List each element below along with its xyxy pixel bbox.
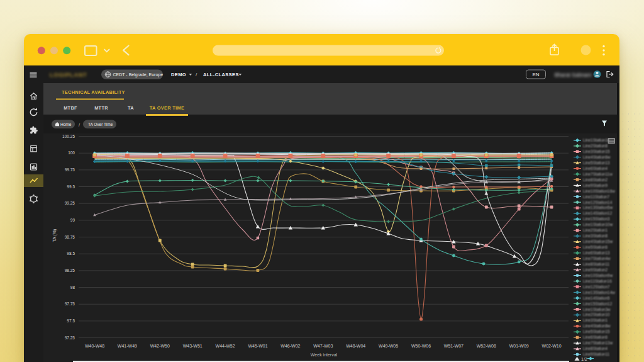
- svg-text:Line9Station9: Line9Station9: [583, 183, 608, 188]
- svg-text:98.25: 98.25: [65, 268, 75, 273]
- svg-text:Line12Station14: Line12Station14: [583, 200, 613, 205]
- svg-text:100.25: 100.25: [62, 134, 75, 139]
- svg-text:99.5: 99.5: [67, 184, 75, 189]
- svg-text:Line6Station6: Line6Station6: [583, 335, 608, 339]
- svg-text:W51-W07: W51-W07: [444, 344, 464, 348]
- svg-text:Line4Station8w: Line4Station8w: [583, 324, 611, 328]
- svg-text:W45-W01: W45-W01: [248, 344, 267, 348]
- svg-text:TA (%): TA (%): [52, 229, 57, 242]
- svg-text:99.25: 99.25: [65, 201, 75, 205]
- svg-text:W02-W10: W02-W10: [542, 344, 562, 348]
- svg-text:Line14Station5: Line14Station5: [583, 296, 610, 300]
- svg-text:Line12Station7: Line12Station7: [583, 285, 610, 289]
- svg-text:Line15Station3: Line15Station3: [583, 217, 610, 221]
- svg-text:99.75: 99.75: [65, 167, 75, 172]
- svg-text:Line3Station15: Line3Station15: [583, 149, 610, 154]
- svg-text:Line11Station16: Line11Station16: [583, 279, 612, 283]
- svg-text:CEDT - Belgrade, Europe: CEDT - Belgrade, Europe: [113, 72, 164, 77]
- svg-text:Week interval: Week interval: [311, 353, 338, 357]
- svg-text:/: /: [79, 123, 80, 127]
- svg-text:100: 100: [68, 150, 75, 155]
- svg-text:Line7Station13w: Line7Station13w: [583, 341, 613, 345]
- svg-text:98.5: 98.5: [67, 251, 75, 256]
- svg-text:Line1Station3w: Line1Station3w: [583, 307, 611, 312]
- svg-text:Line9Station2: Line9Station2: [583, 268, 608, 272]
- svg-text:DEMO: DEMO: [171, 72, 186, 77]
- svg-text:Line4Station6w: Line4Station6w: [583, 155, 611, 159]
- svg-text:W41-W49: W41-W49: [118, 344, 137, 348]
- svg-text:W44-W52: W44-W52: [216, 344, 235, 348]
- svg-text:Line10Station16w: Line10Station16w: [583, 189, 615, 193]
- svg-text:LOGIPLANT: LOGIPLANT: [50, 71, 87, 78]
- svg-text:MTTR: MTTR: [94, 105, 108, 111]
- svg-text:TA OVER TIME: TA OVER TIME: [150, 105, 184, 111]
- svg-text:Line8Station4: Line8Station4: [583, 346, 608, 351]
- svg-text:Line6Station13: Line6Station13: [583, 251, 610, 255]
- svg-text:TA Over Time: TA Over Time: [88, 122, 113, 127]
- svg-text:Line3Station1: Line3Station1: [583, 318, 608, 322]
- svg-text:W43-W51: W43-W51: [183, 344, 203, 348]
- svg-text:W48-W04: W48-W04: [346, 344, 365, 348]
- svg-text:Line7Station11w: Line7Station11w: [583, 172, 613, 176]
- svg-text:1/2: 1/2: [581, 357, 587, 361]
- svg-text:W47-W03: W47-W03: [313, 344, 333, 348]
- svg-text:Home: Home: [60, 122, 72, 127]
- svg-text:Line11Station7: Line11Station7: [583, 195, 610, 199]
- svg-text:Line14Station12: Line14Station12: [583, 211, 613, 215]
- svg-text:EN: EN: [532, 72, 539, 77]
- svg-text:Line3Station8: Line3Station8: [583, 234, 608, 238]
- svg-text:98: 98: [70, 285, 75, 290]
- svg-text:Line10Station9w: Line10Station9w: [583, 273, 613, 278]
- svg-text:W40-W48: W40-W48: [85, 344, 104, 348]
- svg-text:Line5Station6: Line5Station6: [583, 245, 608, 249]
- svg-text:W01-W09: W01-W09: [509, 344, 529, 348]
- svg-text:Line4Station15w: Line4Station15w: [583, 239, 613, 244]
- svg-text:Line9Station11: Line9Station11: [583, 352, 610, 356]
- svg-text:MTBF: MTBF: [64, 105, 77, 111]
- svg-text:Line7Station4w: Line7Station4w: [583, 256, 611, 261]
- svg-text:97.75: 97.75: [65, 302, 75, 306]
- svg-text:ALL-CLASSES: ALL-CLASSES: [203, 72, 239, 77]
- svg-text:Line1Station1w: Line1Station1w: [583, 138, 611, 142]
- svg-text:/: /: [196, 72, 197, 77]
- svg-text:TECHNICAL AVAILABILITY: TECHNICAL AVAILABILITY: [62, 89, 125, 95]
- svg-text:W49-W05: W49-W05: [379, 344, 398, 348]
- svg-text:97.25: 97.25: [65, 336, 75, 340]
- svg-text:Line15Station12: Line15Station12: [583, 302, 613, 306]
- svg-text:Line6Station4: Line6Station4: [583, 166, 608, 171]
- svg-text:W46-W02: W46-W02: [280, 344, 300, 348]
- svg-text:Line5Station13: Line5Station13: [583, 161, 610, 165]
- svg-text:Line1Station10w: Line1Station10w: [583, 222, 613, 227]
- svg-text:Bharat Sabnani: Bharat Sabnani: [555, 72, 592, 78]
- svg-text:TA: TA: [128, 105, 134, 111]
- svg-text:98.75: 98.75: [65, 235, 75, 239]
- svg-text:W42-W50: W42-W50: [150, 344, 170, 348]
- svg-text:Line5Station15: Line5Station15: [583, 329, 610, 334]
- svg-text:Line2Station1: Line2Station1: [583, 228, 608, 232]
- svg-text:97.5: 97.5: [67, 319, 75, 323]
- svg-text:Line2Station10: Line2Station10: [583, 312, 610, 317]
- svg-text:Line13Station14w: Line13Station14w: [583, 290, 615, 295]
- svg-text:Line8Station2: Line8Station2: [583, 178, 608, 182]
- svg-text:Line13Station5w: Line13Station5w: [583, 205, 613, 210]
- svg-text:W52-W08: W52-W08: [477, 344, 496, 348]
- svg-text:W50-W06: W50-W06: [411, 344, 431, 348]
- svg-text:Line2Station8: Line2Station8: [583, 144, 608, 148]
- svg-text:99: 99: [70, 218, 75, 222]
- svg-text:Line8Station11: Line8Station11: [583, 262, 610, 266]
